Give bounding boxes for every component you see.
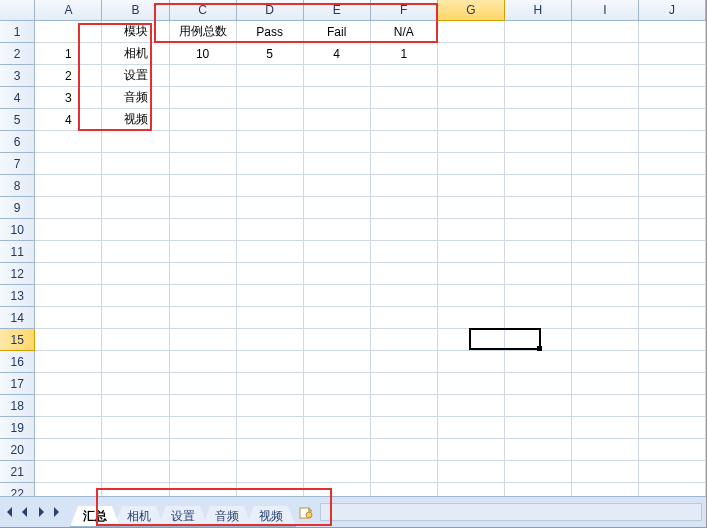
cell-E5[interactable] xyxy=(304,109,371,131)
cell-A11[interactable] xyxy=(35,241,102,263)
cell-G19[interactable] xyxy=(438,417,505,439)
cell-E7[interactable] xyxy=(304,153,371,175)
cell-E4[interactable] xyxy=(304,87,371,109)
cell-H9[interactable] xyxy=(505,197,572,219)
cell-H17[interactable] xyxy=(505,373,572,395)
row-header-8[interactable]: 8 xyxy=(0,175,35,197)
cell-C22[interactable] xyxy=(170,483,237,497)
cell-C18[interactable] xyxy=(170,395,237,417)
cell-D21[interactable] xyxy=(237,461,304,483)
row-header-9[interactable]: 9 xyxy=(0,197,35,219)
cell-F2[interactable]: 1 xyxy=(371,43,438,65)
cell-J14[interactable] xyxy=(639,307,706,329)
cell-J21[interactable] xyxy=(639,461,706,483)
cell-J3[interactable] xyxy=(639,65,706,87)
cell-I3[interactable] xyxy=(572,65,639,87)
cell-H14[interactable] xyxy=(505,307,572,329)
cell-A20[interactable] xyxy=(35,439,102,461)
cell-D15[interactable] xyxy=(237,329,304,351)
cell-I16[interactable] xyxy=(572,351,639,373)
cell-F20[interactable] xyxy=(371,439,438,461)
cell-B22[interactable] xyxy=(102,483,169,497)
cell-G4[interactable] xyxy=(438,87,505,109)
cell-G20[interactable] xyxy=(438,439,505,461)
cell-J7[interactable] xyxy=(639,153,706,175)
cell-C11[interactable] xyxy=(170,241,237,263)
cell-E1[interactable]: Fail xyxy=(304,21,371,43)
cell-J11[interactable] xyxy=(639,241,706,263)
cell-E8[interactable] xyxy=(304,175,371,197)
row-header-5[interactable]: 5 xyxy=(0,109,35,131)
cell-B5[interactable]: 视频 xyxy=(102,109,169,131)
col-header-C[interactable]: C xyxy=(170,0,237,21)
row-header-20[interactable]: 20 xyxy=(0,439,35,461)
cell-B4[interactable]: 音频 xyxy=(102,87,169,109)
tab-nav-first[interactable] xyxy=(2,503,16,521)
cell-H13[interactable] xyxy=(505,285,572,307)
cell-B16[interactable] xyxy=(102,351,169,373)
cell-H18[interactable] xyxy=(505,395,572,417)
cell-H21[interactable] xyxy=(505,461,572,483)
cell-J4[interactable] xyxy=(639,87,706,109)
cell-C17[interactable] xyxy=(170,373,237,395)
cell-H22[interactable] xyxy=(505,483,572,497)
cell-A7[interactable] xyxy=(35,153,102,175)
cell-H16[interactable] xyxy=(505,351,572,373)
cell-B19[interactable] xyxy=(102,417,169,439)
cell-I1[interactable] xyxy=(572,21,639,43)
cell-A12[interactable] xyxy=(35,263,102,285)
cell-A18[interactable] xyxy=(35,395,102,417)
cell-E9[interactable] xyxy=(304,197,371,219)
cell-H15[interactable] xyxy=(505,329,572,351)
row-header-19[interactable]: 19 xyxy=(0,417,35,439)
cell-I20[interactable] xyxy=(572,439,639,461)
cell-F14[interactable] xyxy=(371,307,438,329)
sheet-tab-3[interactable]: 音频 xyxy=(202,506,252,527)
cell-A5[interactable]: 4 xyxy=(35,109,102,131)
cell-E6[interactable] xyxy=(304,131,371,153)
cell-I14[interactable] xyxy=(572,307,639,329)
row-header-12[interactable]: 12 xyxy=(0,263,35,285)
cell-H11[interactable] xyxy=(505,241,572,263)
cell-I17[interactable] xyxy=(572,373,639,395)
row-header-11[interactable]: 11 xyxy=(0,241,35,263)
col-header-F[interactable]: F xyxy=(371,0,438,21)
cell-G8[interactable] xyxy=(438,175,505,197)
cell-B12[interactable] xyxy=(102,263,169,285)
cell-I9[interactable] xyxy=(572,197,639,219)
cell-F16[interactable] xyxy=(371,351,438,373)
cell-F6[interactable] xyxy=(371,131,438,153)
cell-B2[interactable]: 相机 xyxy=(102,43,169,65)
cell-E21[interactable] xyxy=(304,461,371,483)
cell-G18[interactable] xyxy=(438,395,505,417)
cell-F7[interactable] xyxy=(371,153,438,175)
col-header-D[interactable]: D xyxy=(237,0,304,21)
cell-E10[interactable] xyxy=(304,219,371,241)
cell-C21[interactable] xyxy=(170,461,237,483)
cell-G14[interactable] xyxy=(438,307,505,329)
cell-H7[interactable] xyxy=(505,153,572,175)
cell-G1[interactable] xyxy=(438,21,505,43)
cell-G22[interactable] xyxy=(438,483,505,497)
cell-C19[interactable] xyxy=(170,417,237,439)
cell-E18[interactable] xyxy=(304,395,371,417)
cell-A6[interactable] xyxy=(35,131,102,153)
cell-E13[interactable] xyxy=(304,285,371,307)
cell-I7[interactable] xyxy=(572,153,639,175)
cell-C14[interactable] xyxy=(170,307,237,329)
cell-C20[interactable] xyxy=(170,439,237,461)
cell-C7[interactable] xyxy=(170,153,237,175)
tab-nav-prev[interactable] xyxy=(18,503,32,521)
cell-I13[interactable] xyxy=(572,285,639,307)
cell-B10[interactable] xyxy=(102,219,169,241)
cell-A4[interactable]: 3 xyxy=(35,87,102,109)
cell-A17[interactable] xyxy=(35,373,102,395)
row-header-17[interactable]: 17 xyxy=(0,373,35,395)
cell-G16[interactable] xyxy=(438,351,505,373)
cell-G13[interactable] xyxy=(438,285,505,307)
cell-A2[interactable]: 1 xyxy=(35,43,102,65)
cell-C8[interactable] xyxy=(170,175,237,197)
cell-D12[interactable] xyxy=(237,263,304,285)
col-header-A[interactable]: A xyxy=(35,0,102,21)
cell-G7[interactable] xyxy=(438,153,505,175)
